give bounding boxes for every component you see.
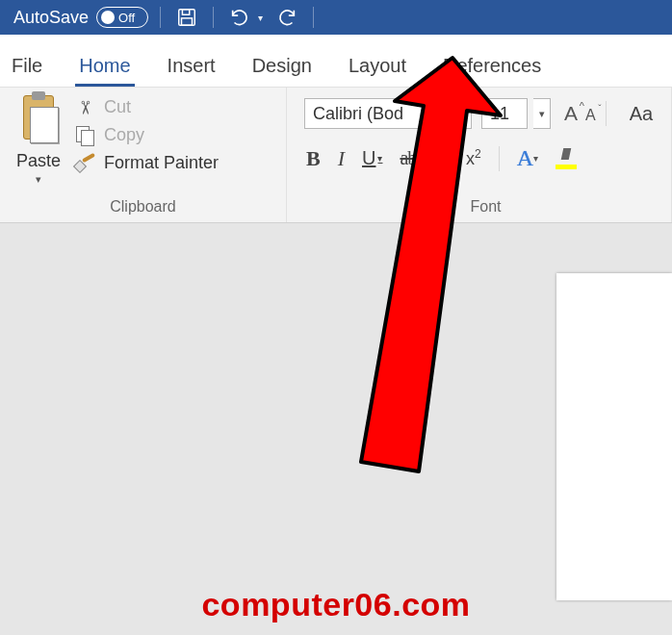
qat-divider (213, 7, 214, 28)
text-effects-icon: A (517, 145, 533, 171)
underline-label: U (362, 147, 375, 169)
tab-references[interactable]: References (441, 51, 543, 87)
copy-button[interactable]: Copy (75, 125, 219, 145)
save-icon[interactable] (172, 3, 201, 32)
highlight-color-swatch (556, 165, 577, 169)
change-case-button[interactable]: Aa (630, 103, 653, 125)
copy-icon (75, 126, 96, 145)
paste-label: Paste (16, 151, 61, 171)
underline-button[interactable]: U ▾ (362, 147, 382, 169)
group-font: ▾ ▾ A^ Aˇ Aa B I U ▾ ab x2 x2 (287, 88, 672, 222)
clipboard-group-label: Clipboard (12, 195, 274, 220)
format-painter-icon (75, 154, 96, 173)
svg-rect-2 (182, 18, 193, 25)
shrink-font-button[interactable]: Aˇ (585, 107, 596, 124)
paste-dropdown-caret[interactable]: ▾ (36, 173, 41, 186)
watermark-text: computer06.com (0, 586, 672, 623)
superscript-button[interactable]: x2 (466, 147, 481, 169)
autosave-label: AutoSave (13, 8, 89, 28)
font-name-dropdown-caret[interactable]: ▾ (454, 98, 472, 129)
subscript-button[interactable]: x2 (433, 147, 449, 170)
grow-font-button[interactable]: A^ (564, 102, 578, 125)
bold-button[interactable]: B (306, 146, 321, 171)
tab-home[interactable]: Home (77, 51, 132, 87)
title-bar: AutoSave Off ▾ (0, 0, 672, 35)
autosave-state: Off (118, 11, 135, 25)
format-painter-button[interactable]: Format Painter (75, 153, 219, 173)
autosave-toggle[interactable]: Off (96, 7, 148, 28)
redo-icon[interactable] (272, 3, 301, 32)
font-name-combo[interactable] (304, 98, 449, 129)
cut-button[interactable]: ✂ Cut (75, 97, 219, 117)
undo-dropdown-caret[interactable]: ▾ (258, 13, 263, 23)
font-size-combo[interactable] (481, 98, 528, 129)
document-page[interactable] (556, 273, 672, 600)
highlight-pen-icon (559, 148, 573, 164)
tab-design[interactable]: Design (250, 51, 314, 87)
underline-dropdown-caret[interactable]: ▾ (377, 153, 382, 164)
font-group-label: Font (304, 195, 667, 220)
text-effects-dropdown-caret[interactable]: ▾ (533, 153, 538, 164)
highlight-button[interactable] (556, 148, 577, 169)
ribbon-tabs: File Home Insert Design Layout Reference… (0, 35, 672, 87)
tab-insert[interactable]: Insert (166, 51, 218, 87)
copy-label: Copy (104, 125, 144, 145)
tab-layout[interactable]: Layout (347, 51, 408, 87)
cut-label: Cut (104, 97, 131, 117)
autosave-control[interactable]: AutoSave Off (13, 7, 148, 28)
strikethrough-button[interactable]: ab (400, 147, 416, 169)
ribbon: Paste ▾ ✂ Cut Copy Form (0, 87, 672, 223)
format-painter-label: Format Painter (104, 153, 219, 173)
paste-icon (16, 95, 61, 147)
svg-rect-1 (182, 10, 189, 15)
font-size-dropdown-caret[interactable]: ▾ (533, 98, 551, 129)
text-effects-button[interactable]: A ▾ (517, 145, 538, 171)
document-workspace (0, 223, 672, 635)
qat-divider (160, 7, 161, 28)
tab-file[interactable]: File (10, 51, 44, 87)
qat-divider (313, 7, 314, 28)
toggle-knob (101, 11, 115, 24)
group-clipboard: Paste ▾ ✂ Cut Copy Form (0, 88, 287, 222)
undo-icon[interactable] (225, 3, 254, 32)
scissors-icon: ✂ (76, 97, 95, 118)
italic-button[interactable]: I (338, 146, 345, 171)
paste-button[interactable]: Paste ▾ (12, 95, 65, 186)
